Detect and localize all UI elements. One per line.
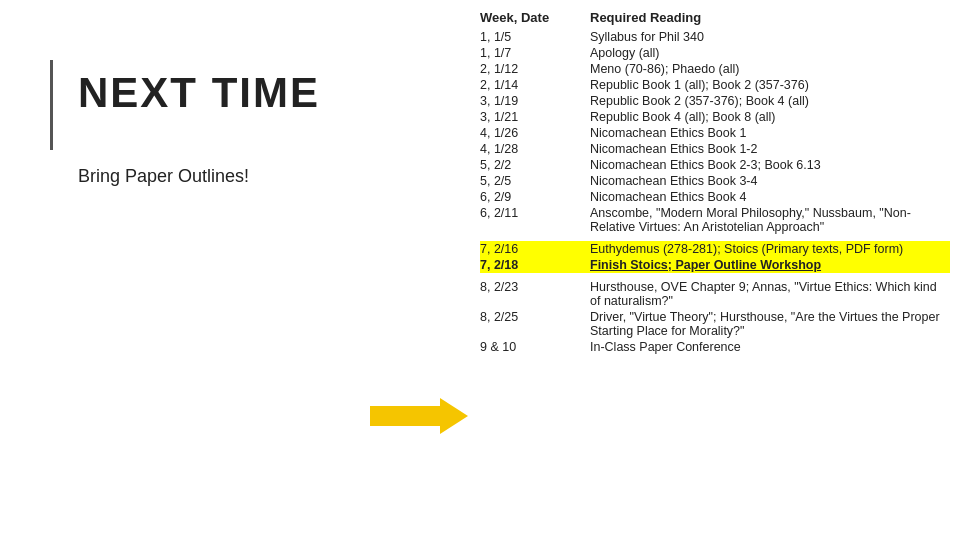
vertical-bar xyxy=(50,60,53,150)
bring-paper-text: Bring Paper Outlines! xyxy=(78,166,460,187)
table-row: 4, 1/28Nicomachean Ethics Book 1-2 xyxy=(480,141,950,157)
arrow-indicator xyxy=(370,398,468,434)
table-row: 7, 2/18Finish Stoics; Paper Outline Work… xyxy=(480,257,950,273)
next-time-heading: NEXT TIME xyxy=(78,70,460,116)
reading-cell: Hursthouse, OVE Chapter 9; Annas, "Virtu… xyxy=(590,279,950,309)
week-date-cell: 5, 2/2 xyxy=(480,157,590,173)
reading-cell: Nicomachean Ethics Book 3-4 xyxy=(590,173,950,189)
reading-cell: Meno (70-86); Phaedo (all) xyxy=(590,61,950,77)
reading-cell: Nicomachean Ethics Book 1-2 xyxy=(590,141,950,157)
left-section: NEXT TIME Bring Paper Outlines! xyxy=(0,0,460,540)
week-date-header: Week, Date xyxy=(480,10,590,25)
table-row: 7, 2/16Euthydemus (278-281); Stoics (Pri… xyxy=(480,241,950,257)
reading-cell: Nicomachean Ethics Book 2-3; Book 6.13 xyxy=(590,157,950,173)
table-row: 8, 2/25Driver, "Virtue Theory"; Hursthou… xyxy=(480,309,950,339)
syllabus-header: Week, Date Required Reading xyxy=(480,10,950,25)
week-date-cell: 6, 2/11 xyxy=(480,205,590,235)
week-date-cell: 3, 1/19 xyxy=(480,93,590,109)
table-row: 5, 2/2Nicomachean Ethics Book 2-3; Book … xyxy=(480,157,950,173)
table-row: 6, 2/9Nicomachean Ethics Book 4 xyxy=(480,189,950,205)
week-date-cell: 6, 2/9 xyxy=(480,189,590,205)
reading-cell: Nicomachean Ethics Book 4 xyxy=(590,189,950,205)
table-row: 1, 1/7Apology (all) xyxy=(480,45,950,61)
reading-cell: Republic Book 4 (all); Book 8 (all) xyxy=(590,109,950,125)
table-row: 3, 1/19Republic Book 2 (357-376); Book 4… xyxy=(480,93,950,109)
right-section: Week, Date Required Reading 1, 1/5Syllab… xyxy=(480,10,950,355)
week-date-cell: 2, 1/14 xyxy=(480,77,590,93)
reading-cell: Apology (all) xyxy=(590,45,950,61)
table-row: 6, 2/11Anscombe, "Modern Moral Philosoph… xyxy=(480,205,950,235)
week-date-cell: 7, 2/18 xyxy=(480,257,590,273)
reading-cell: Euthydemus (278-281); Stoics (Primary te… xyxy=(590,241,950,257)
week-date-cell: 4, 1/26 xyxy=(480,125,590,141)
week-date-cell: 1, 1/7 xyxy=(480,45,590,61)
reading-cell: Republic Book 2 (357-376); Book 4 (all) xyxy=(590,93,950,109)
reading-cell: Republic Book 1 (all); Book 2 (357-376) xyxy=(590,77,950,93)
reading-cell: Anscombe, "Modern Moral Philosophy," Nus… xyxy=(590,205,950,235)
week-date-cell: 7, 2/16 xyxy=(480,241,590,257)
week-date-cell: 3, 1/21 xyxy=(480,109,590,125)
week-date-cell: 8, 2/23 xyxy=(480,279,590,309)
table-row: 2, 1/12Meno (70-86); Phaedo (all) xyxy=(480,61,950,77)
syllabus-table: 1, 1/5Syllabus for Phil 3401, 1/7Apology… xyxy=(480,29,950,355)
reading-cell: In-Class Paper Conference xyxy=(590,339,950,355)
table-row: 4, 1/26Nicomachean Ethics Book 1 xyxy=(480,125,950,141)
week-date-cell: 8, 2/25 xyxy=(480,309,590,339)
week-date-cell: 4, 1/28 xyxy=(480,141,590,157)
week-date-cell: 9 & 10 xyxy=(480,339,590,355)
table-row: 9 & 10In-Class Paper Conference xyxy=(480,339,950,355)
reading-cell: Nicomachean Ethics Book 1 xyxy=(590,125,950,141)
table-row: 2, 1/14Republic Book 1 (all); Book 2 (35… xyxy=(480,77,950,93)
week-date-cell: 5, 2/5 xyxy=(480,173,590,189)
week-date-cell: 2, 1/12 xyxy=(480,61,590,77)
table-row: 8, 2/23Hursthouse, OVE Chapter 9; Annas,… xyxy=(480,279,950,309)
required-reading-header: Required Reading xyxy=(590,10,950,25)
reading-cell: Finish Stoics; Paper Outline Workshop xyxy=(590,257,950,273)
table-row: 1, 1/5Syllabus for Phil 340 xyxy=(480,29,950,45)
reading-cell: Syllabus for Phil 340 xyxy=(590,29,950,45)
week-date-cell: 1, 1/5 xyxy=(480,29,590,45)
table-row: 5, 2/5Nicomachean Ethics Book 3-4 xyxy=(480,173,950,189)
reading-cell: Driver, "Virtue Theory"; Hursthouse, "Ar… xyxy=(590,309,950,339)
table-row: 3, 1/21Republic Book 4 (all); Book 8 (al… xyxy=(480,109,950,125)
